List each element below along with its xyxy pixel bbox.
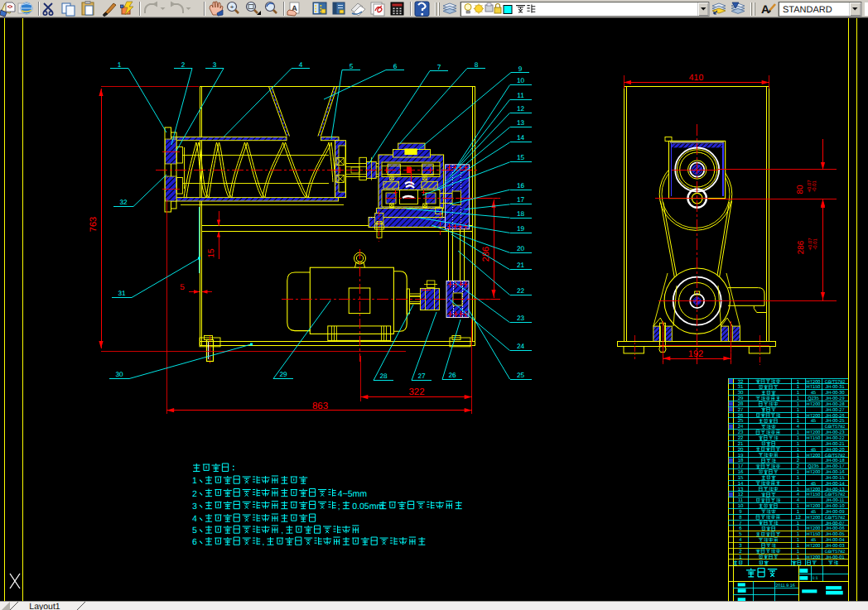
svg-text:15: 15	[738, 475, 744, 481]
svg-text:14: 14	[517, 134, 525, 142]
svg-text:13: 13	[738, 487, 744, 492]
svg-text:9: 9	[518, 65, 523, 73]
svg-text:HT200: HT200	[807, 430, 821, 435]
svg-text:JH-00-10: JH-00-10	[825, 504, 844, 509]
svg-text:HT200: HT200	[807, 544, 821, 549]
svg-text:22: 22	[517, 287, 525, 295]
svg-text:HT200: HT200	[807, 504, 821, 509]
svg-text:JH-00-09: JH-00-09	[825, 510, 844, 515]
svg-text:29: 29	[738, 396, 744, 401]
svg-text:17: 17	[517, 196, 525, 204]
svg-text:JH-00-17: JH-00-17	[825, 464, 844, 469]
svg-text:1: 1	[192, 476, 197, 486]
svg-text:JH-00-14: JH-00-14	[825, 482, 844, 487]
svg-text:18: 18	[738, 458, 744, 464]
svg-text:JH-00-29: JH-00-29	[825, 396, 844, 401]
svg-text:GB/T5782: GB/T5782	[825, 516, 846, 521]
svg-text:763: 763	[89, 217, 99, 232]
svg-text:11: 11	[738, 497, 744, 503]
svg-text:HT150: HT150	[807, 385, 821, 390]
svg-text:31: 31	[118, 290, 126, 297]
svg-text:45: 45	[811, 391, 816, 396]
svg-text:JH-00-30: JH-00-30	[825, 391, 844, 396]
svg-text:GB/T5782: GB/T5782	[825, 380, 846, 385]
svg-text:HT200: HT200	[807, 488, 821, 492]
svg-text:JH-00-31: JH-00-31	[825, 385, 844, 390]
svg-text:HT150: HT150	[807, 492, 821, 497]
svg-text:11: 11	[517, 92, 524, 99]
svg-text:8: 8	[475, 61, 479, 69]
svg-text:29: 29	[279, 371, 287, 378]
svg-text:12: 12	[517, 105, 525, 113]
svg-text:3: 3	[192, 502, 197, 512]
svg-text:32: 32	[119, 199, 128, 206]
svg-text:Layout1: Layout1	[29, 602, 60, 610]
svg-text:27: 27	[738, 407, 744, 413]
svg-text:+0.07: +0.07	[807, 180, 813, 193]
svg-text:28: 28	[379, 372, 388, 380]
svg-text:19: 19	[738, 453, 744, 459]
svg-text:22: 22	[738, 435, 744, 441]
svg-text:286: 286	[797, 240, 806, 254]
svg-text:-0.01: -0.01	[813, 238, 818, 250]
svg-text:5: 5	[192, 526, 197, 536]
svg-text:JH-00-16: JH-00-16	[825, 470, 844, 475]
svg-text:JH-00-03: JH-00-03	[825, 544, 844, 549]
svg-text:10: 10	[738, 503, 744, 509]
svg-text:6: 6	[192, 537, 197, 547]
svg-text:30: 30	[115, 371, 123, 378]
svg-text:GB/T5782: GB/T5782	[825, 550, 846, 555]
svg-text:JH-00-05: JH-00-05	[825, 532, 844, 537]
svg-text:1: 1	[118, 61, 122, 69]
svg-text:1:1: 1:1	[813, 576, 818, 581]
svg-text:3: 3	[213, 61, 217, 69]
svg-text:24: 24	[517, 343, 525, 350]
svg-text:2: 2	[192, 489, 197, 499]
svg-text:HT200: HT200	[807, 470, 821, 475]
svg-text:HT200: HT200	[807, 526, 821, 531]
svg-text:5: 5	[180, 283, 185, 292]
svg-text:7: 7	[437, 64, 441, 71]
svg-text:45: 45	[811, 510, 816, 515]
svg-text:JH-00-01: JH-00-01	[825, 555, 844, 560]
svg-text:863: 863	[312, 401, 328, 411]
svg-text:20: 20	[517, 245, 525, 252]
svg-text:80: 80	[796, 185, 805, 195]
svg-text:16: 16	[517, 182, 525, 190]
svg-text:5: 5	[350, 63, 354, 70]
svg-text:;: ;	[338, 502, 340, 512]
svg-text:JH-00-13: JH-00-13	[825, 488, 844, 492]
svg-text:JH-00-28: JH-00-28	[825, 402, 844, 407]
svg-text:-0.01: -0.01	[812, 180, 817, 192]
svg-text:JH-00-15: JH-00-15	[825, 476, 844, 481]
svg-text:GB/T5782: GB/T5782	[825, 454, 846, 459]
svg-text:4: 4	[192, 514, 197, 524]
svg-text:25: 25	[738, 418, 744, 424]
svg-text:HT200: HT200	[807, 380, 821, 385]
svg-text:JH-00-11: JH-00-11	[826, 498, 845, 503]
svg-text:17: 17	[738, 464, 744, 469]
svg-text:21: 21	[517, 262, 525, 269]
svg-text:GB/T5782: GB/T5782	[825, 492, 846, 497]
svg-text:GB/T5782: GB/T5782	[825, 425, 846, 430]
svg-text:JH-00-04: JH-00-04	[825, 538, 844, 543]
svg-text:4: 4	[299, 61, 303, 69]
svg-text:12: 12	[738, 492, 744, 497]
svg-text:27: 27	[417, 372, 426, 380]
svg-text:32: 32	[738, 379, 744, 385]
svg-text:JH-00-26: JH-00-26	[825, 414, 844, 419]
svg-text:410: 410	[689, 73, 704, 83]
svg-text:16: 16	[738, 469, 744, 475]
svg-text:4~5mm: 4~5mm	[338, 489, 368, 499]
svg-text:24: 24	[738, 424, 744, 430]
svg-text:18: 18	[517, 210, 525, 218]
svg-text:HT150: HT150	[807, 436, 821, 441]
svg-text:JH-00-18: JH-00-18	[825, 459, 844, 464]
svg-text:0.05mm: 0.05mm	[352, 502, 383, 512]
svg-text:A: A	[761, 2, 769, 16]
svg-text:Q235: Q235	[808, 464, 819, 469]
svg-text:45: 45	[811, 538, 816, 543]
svg-text:322: 322	[408, 387, 424, 397]
svg-text:286: 286	[481, 247, 491, 262]
svg-text:23: 23	[738, 430, 744, 435]
